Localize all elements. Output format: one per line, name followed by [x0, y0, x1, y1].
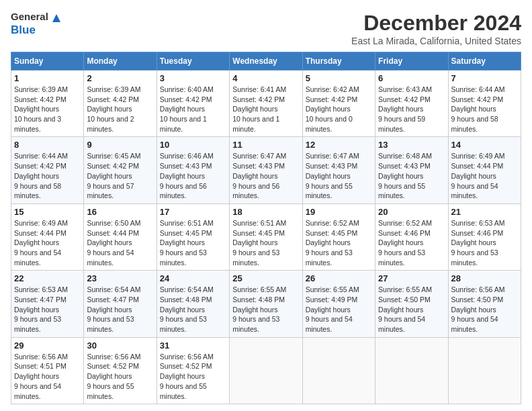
day-info: Sunrise: 6:49 AM Sunset: 4:44 PM Dayligh… [451, 152, 505, 199]
day-info: Sunrise: 6:43 AM Sunset: 4:42 PM Dayligh… [378, 85, 432, 133]
day-info: Sunrise: 6:39 AM Sunset: 4:42 PM Dayligh… [14, 85, 68, 133]
calendar-table: SundayMondayTuesdayWednesdayThursdayFrid… [11, 52, 521, 404]
day-info: Sunrise: 6:42 AM Sunset: 4:42 PM Dayligh… [306, 85, 359, 133]
logo: General Blue [11, 11, 62, 37]
day-number: 11 [232, 140, 299, 150]
day-number: 6 [378, 73, 445, 83]
day-info: Sunrise: 6:55 AM Sunset: 4:50 PM Dayligh… [378, 285, 432, 333]
day-number: 3 [160, 73, 226, 83]
calendar-cell: 26 Sunrise: 6:55 AM Sunset: 4:49 PM Dayl… [302, 271, 375, 337]
day-info: Sunrise: 6:56 AM Sunset: 4:52 PM Dayligh… [160, 353, 214, 400]
day-number: 9 [87, 140, 153, 150]
day-number: 23 [87, 273, 153, 283]
calendar-cell: 11 Sunrise: 6:47 AM Sunset: 4:43 PM Dayl… [230, 137, 302, 203]
title-block: December 2024 East La Mirada, California… [351, 11, 521, 46]
calendar-cell: 18 Sunrise: 6:51 AM Sunset: 4:45 PM Dayl… [230, 203, 302, 270]
day-info: Sunrise: 6:56 AM Sunset: 4:50 PM Dayligh… [451, 285, 505, 333]
calendar-cell: 5 Sunrise: 6:42 AM Sunset: 4:42 PM Dayli… [302, 71, 375, 137]
calendar-cell: 2 Sunrise: 6:39 AM Sunset: 4:42 PM Dayli… [84, 71, 157, 137]
calendar-cell: 15 Sunrise: 6:49 AM Sunset: 4:44 PM Dayl… [11, 203, 84, 270]
weekday-header-friday: Friday [375, 52, 448, 71]
day-number: 26 [306, 273, 372, 283]
calendar-cell: 7 Sunrise: 6:44 AM Sunset: 4:42 PM Dayli… [448, 71, 521, 137]
day-number: 7 [451, 73, 518, 83]
calendar-cell [448, 337, 521, 404]
day-number: 29 [14, 340, 81, 351]
calendar-cell [302, 337, 375, 404]
day-info: Sunrise: 6:54 AM Sunset: 4:47 PM Dayligh… [87, 285, 140, 333]
calendar-cell: 22 Sunrise: 6:53 AM Sunset: 4:47 PM Dayl… [11, 271, 84, 337]
day-info: Sunrise: 6:46 AM Sunset: 4:43 PM Dayligh… [160, 152, 214, 199]
calendar-cell: 31 Sunrise: 6:56 AM Sunset: 4:52 PM Dayl… [157, 337, 229, 404]
calendar-cell: 29 Sunrise: 6:56 AM Sunset: 4:51 PM Dayl… [11, 337, 84, 404]
day-number: 22 [14, 273, 81, 283]
day-number: 31 [160, 340, 226, 351]
weekday-header-sunday: Sunday [11, 52, 84, 71]
calendar-cell: 3 Sunrise: 6:40 AM Sunset: 4:42 PM Dayli… [157, 71, 229, 137]
day-number: 25 [232, 273, 299, 283]
calendar-cell: 1 Sunrise: 6:39 AM Sunset: 4:42 PM Dayli… [11, 71, 84, 137]
day-info: Sunrise: 6:48 AM Sunset: 4:43 PM Dayligh… [378, 152, 432, 199]
day-info: Sunrise: 6:47 AM Sunset: 4:43 PM Dayligh… [232, 152, 286, 199]
calendar-cell: 14 Sunrise: 6:49 AM Sunset: 4:44 PM Dayl… [448, 137, 521, 203]
calendar-cell: 8 Sunrise: 6:44 AM Sunset: 4:42 PM Dayli… [11, 137, 84, 203]
day-info: Sunrise: 6:55 AM Sunset: 4:48 PM Dayligh… [232, 285, 286, 333]
day-number: 30 [87, 340, 153, 351]
page-subtitle: East La Mirada, California, United State… [351, 36, 521, 46]
weekday-header-monday: Monday [84, 52, 157, 71]
logo-blue: Blue [11, 24, 62, 37]
day-info: Sunrise: 6:39 AM Sunset: 4:42 PM Dayligh… [87, 85, 140, 133]
day-number: 5 [306, 73, 372, 83]
day-info: Sunrise: 6:49 AM Sunset: 4:44 PM Dayligh… [14, 219, 68, 267]
calendar-cell: 10 Sunrise: 6:46 AM Sunset: 4:43 PM Dayl… [157, 137, 229, 203]
svg-marker-0 [52, 14, 60, 22]
calendar-cell: 9 Sunrise: 6:45 AM Sunset: 4:42 PM Dayli… [84, 137, 157, 203]
page-header: General Blue December 2024 East La Mirad… [11, 11, 521, 46]
day-info: Sunrise: 6:53 AM Sunset: 4:46 PM Dayligh… [451, 219, 505, 267]
calendar-cell: 12 Sunrise: 6:47 AM Sunset: 4:43 PM Dayl… [302, 137, 375, 203]
day-number: 12 [306, 140, 372, 150]
day-number: 4 [232, 73, 299, 83]
day-info: Sunrise: 6:47 AM Sunset: 4:43 PM Dayligh… [306, 152, 359, 199]
calendar-week-4: 22 Sunrise: 6:53 AM Sunset: 4:47 PM Dayl… [11, 271, 521, 337]
logo-general: General [11, 11, 62, 24]
day-number: 27 [378, 273, 445, 283]
day-number: 17 [160, 207, 226, 217]
calendar-cell: 17 Sunrise: 6:51 AM Sunset: 4:45 PM Dayl… [157, 203, 229, 270]
weekday-header-wednesday: Wednesday [230, 52, 302, 71]
calendar-cell: 16 Sunrise: 6:50 AM Sunset: 4:44 PM Dayl… [84, 203, 157, 270]
calendar-cell [230, 337, 302, 404]
day-info: Sunrise: 6:55 AM Sunset: 4:49 PM Dayligh… [306, 285, 359, 333]
weekday-header-thursday: Thursday [302, 52, 375, 71]
calendar-cell: 25 Sunrise: 6:55 AM Sunset: 4:48 PM Dayl… [230, 271, 302, 337]
day-number: 13 [378, 140, 445, 150]
page-title: December 2024 [351, 11, 521, 36]
calendar-cell: 20 Sunrise: 6:52 AM Sunset: 4:46 PM Dayl… [375, 203, 448, 270]
day-number: 21 [451, 207, 518, 217]
calendar-cell: 23 Sunrise: 6:54 AM Sunset: 4:47 PM Dayl… [84, 271, 157, 337]
calendar-cell: 4 Sunrise: 6:41 AM Sunset: 4:42 PM Dayli… [230, 71, 302, 137]
calendar-cell: 13 Sunrise: 6:48 AM Sunset: 4:43 PM Dayl… [375, 137, 448, 203]
weekday-header-tuesday: Tuesday [157, 52, 229, 71]
calendar-cell: 6 Sunrise: 6:43 AM Sunset: 4:42 PM Dayli… [375, 71, 448, 137]
day-info: Sunrise: 6:50 AM Sunset: 4:44 PM Dayligh… [87, 219, 140, 267]
day-number: 19 [306, 207, 372, 217]
day-number: 16 [87, 207, 153, 217]
day-number: 10 [160, 140, 226, 150]
day-info: Sunrise: 6:51 AM Sunset: 4:45 PM Dayligh… [232, 219, 286, 267]
day-number: 15 [14, 207, 81, 217]
calendar-cell: 19 Sunrise: 6:52 AM Sunset: 4:45 PM Dayl… [302, 203, 375, 270]
day-info: Sunrise: 6:44 AM Sunset: 4:42 PM Dayligh… [14, 152, 68, 199]
calendar-cell: 21 Sunrise: 6:53 AM Sunset: 4:46 PM Dayl… [448, 203, 521, 270]
calendar-cell: 24 Sunrise: 6:54 AM Sunset: 4:48 PM Dayl… [157, 271, 229, 337]
day-info: Sunrise: 6:44 AM Sunset: 4:42 PM Dayligh… [451, 85, 505, 133]
day-info: Sunrise: 6:56 AM Sunset: 4:51 PM Dayligh… [14, 353, 68, 400]
day-info: Sunrise: 6:51 AM Sunset: 4:45 PM Dayligh… [160, 219, 214, 267]
day-number: 28 [451, 273, 518, 283]
calendar-week-5: 29 Sunrise: 6:56 AM Sunset: 4:51 PM Dayl… [11, 337, 521, 404]
weekday-header-saturday: Saturday [448, 52, 521, 71]
calendar-week-3: 15 Sunrise: 6:49 AM Sunset: 4:44 PM Dayl… [11, 203, 521, 270]
day-info: Sunrise: 6:40 AM Sunset: 4:42 PM Dayligh… [160, 85, 214, 133]
day-info: Sunrise: 6:52 AM Sunset: 4:45 PM Dayligh… [306, 219, 359, 267]
day-number: 2 [87, 73, 153, 83]
